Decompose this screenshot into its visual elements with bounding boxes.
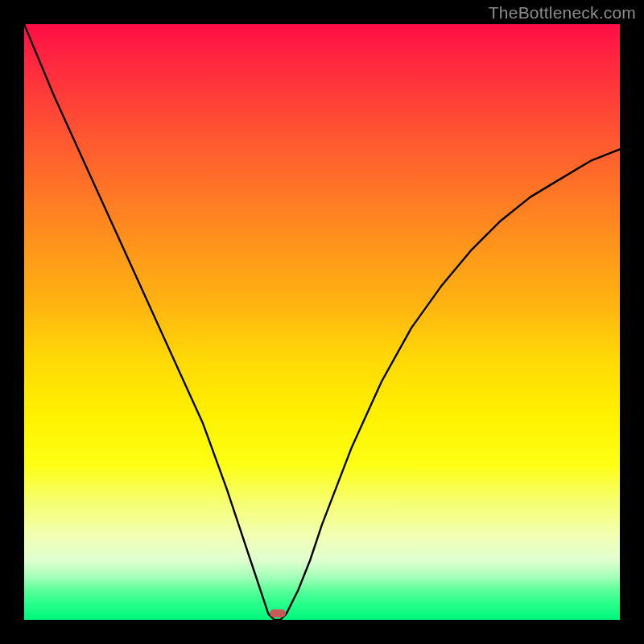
optimal-marker — [270, 609, 286, 617]
plot-area — [24, 24, 620, 620]
chart-frame: TheBottleneck.com — [0, 0, 644, 644]
bottleneck-curve — [24, 24, 620, 620]
watermark-text: TheBottleneck.com — [489, 3, 636, 23]
